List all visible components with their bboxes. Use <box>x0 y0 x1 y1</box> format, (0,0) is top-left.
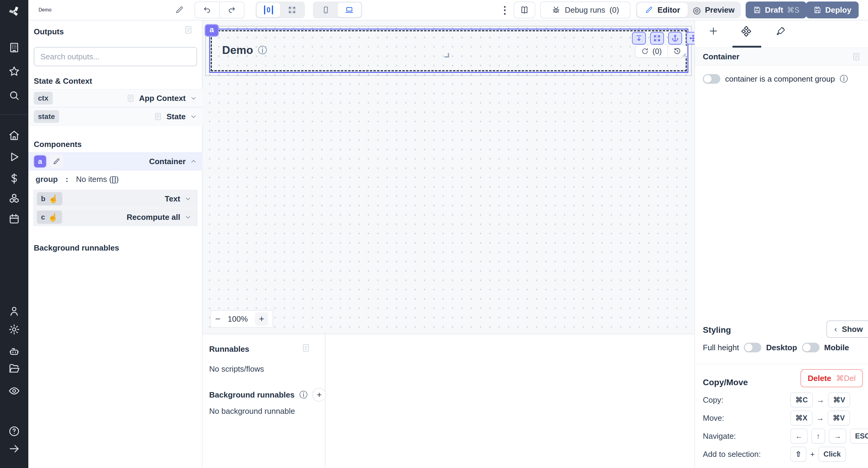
resize-handle[interactable] <box>444 53 449 58</box>
mobile-view-toggle[interactable] <box>314 3 338 17</box>
outputs-title: Outputs <box>34 27 64 36</box>
layout-mode-group: 0 <box>255 1 305 19</box>
doc-icon <box>154 112 162 121</box>
help-icon[interactable] <box>8 425 20 437</box>
shortcut-row-copy: Copy: ⌘C → ⌘V <box>703 392 861 408</box>
pointer-hand-icon: ☝ <box>49 194 58 204</box>
key-esc: ESC <box>850 429 868 444</box>
info-icon[interactable]: ⓘ <box>840 73 848 84</box>
app-canvas[interactable]: Demo ⓘ (0) a − 100% + <box>203 21 694 334</box>
refresh-runs[interactable]: (0) <box>636 45 667 57</box>
rename-pencil-icon[interactable] <box>50 155 63 168</box>
state-context-heading: State & Context <box>34 76 92 86</box>
component-row-container[interactable]: a Container <box>28 153 203 170</box>
group-property-row[interactable]: group:No items ([]) <box>36 175 119 184</box>
settings-gear-icon[interactable] <box>8 324 20 335</box>
edit-title-pencil-icon[interactable] <box>175 5 184 14</box>
full-height-mobile-toggle[interactable] <box>802 343 819 353</box>
key-cmd-v: ⌘V <box>828 410 850 426</box>
selected-container[interactable]: Demo ⓘ (0) <box>209 29 688 73</box>
draft-save-button[interactable]: Draft ⌘S <box>746 1 807 19</box>
search-icon[interactable] <box>8 90 20 101</box>
chevron-down-icon[interactable] <box>190 113 197 120</box>
docs-book-button[interactable] <box>514 1 535 19</box>
shortcut-row-navigate: Navigate: ← ↑ → ESC <box>703 428 861 444</box>
home-icon[interactable] <box>8 130 20 141</box>
debug-runs-button[interactable]: Debug runs (0) <box>540 1 630 19</box>
info-icon[interactable]: ⓘ <box>258 44 267 57</box>
output-row-state[interactable]: state State <box>28 107 203 126</box>
editor-preview-group: Editor ◎ Preview <box>636 1 741 19</box>
add-background-runnable-button[interactable]: + <box>312 388 326 402</box>
chevron-up-icon[interactable] <box>190 158 197 165</box>
selection-dashed-border <box>211 30 687 71</box>
outputs-panel: Outputs State & Context ctx App Context … <box>28 21 203 468</box>
inspector-section-title: Container <box>695 47 868 66</box>
component-group-toggle[interactable] <box>703 74 720 84</box>
key-shift: ⇧ <box>790 446 807 462</box>
runs-play-icon[interactable] <box>8 151 20 163</box>
fullscreen-layout-toggle[interactable] <box>280 3 304 17</box>
doc-icon[interactable] <box>301 343 310 353</box>
container-tag[interactable]: a <box>205 24 219 37</box>
output-row-ctx[interactable]: ctx App Context <box>28 89 203 107</box>
component-row-recompute[interactable]: c ☝ Recompute all <box>33 208 198 226</box>
favorites-star-icon[interactable] <box>8 65 20 77</box>
centered-layout-icon: 0 <box>264 5 273 14</box>
desktop-view-toggle[interactable] <box>338 3 361 17</box>
resources-cubes-icon[interactable] <box>8 193 20 205</box>
zoom-out-button[interactable]: − <box>215 314 221 324</box>
runnables-empty-text: No scripts/flows <box>209 364 264 374</box>
search-outputs-input[interactable] <box>34 47 197 66</box>
pill-resize-corner <box>682 53 686 57</box>
preview-eye-icon: ◎ <box>693 5 701 15</box>
audit-eye-icon[interactable] <box>8 385 20 397</box>
collapse-arrow-icon[interactable] <box>8 443 20 455</box>
schedules-calendar-icon[interactable] <box>8 213 20 225</box>
workers-robot-icon[interactable] <box>8 345 20 357</box>
styling-heading: Styling <box>703 325 731 335</box>
redo-button[interactable] <box>220 2 244 18</box>
delete-button[interactable]: Delete ⌘Del <box>801 369 863 387</box>
component-row-text[interactable]: b ☝ Text <box>33 190 198 208</box>
key-click: Click <box>818 446 846 462</box>
tab-editor[interactable]: Editor <box>637 3 688 17</box>
state-badge: state <box>34 110 59 123</box>
windmill-logo[interactable] <box>7 4 21 18</box>
key-arrow-up: ↑ <box>811 429 825 444</box>
fill-height-button[interactable] <box>632 32 646 44</box>
deploy-button[interactable]: Deploy <box>806 1 859 19</box>
tab-preview[interactable]: ◎ Preview <box>688 3 740 17</box>
inspector-panel: Container container is a component group… <box>694 21 868 468</box>
undo-button[interactable] <box>195 2 220 18</box>
workspace-icon[interactable] <box>8 41 20 54</box>
folders-icon[interactable] <box>8 363 20 375</box>
more-menu-kebab[interactable]: ⋮ <box>500 4 510 16</box>
doc-icon[interactable] <box>852 52 861 61</box>
save-icon <box>813 6 822 14</box>
tab-settings-components-icon[interactable] <box>741 26 752 37</box>
component-group-toggle-row: container is a component group ⓘ <box>703 73 848 84</box>
doc-icon[interactable] <box>184 25 193 34</box>
chevron-down-icon[interactable] <box>190 95 197 102</box>
variables-dollar-icon[interactable] <box>8 173 20 185</box>
centered-layout-toggle[interactable]: 0 <box>257 3 280 17</box>
background-runnables-empty-text: No background runnable <box>209 407 295 416</box>
styling-show-button[interactable]: ‹ Show <box>827 321 868 338</box>
zoom-in-button[interactable]: + <box>255 312 268 326</box>
expand-button[interactable] <box>650 32 664 44</box>
tab-styling-brush-icon[interactable] <box>776 26 786 36</box>
editor-pencil-icon <box>645 6 653 14</box>
tab-insert-plus-icon[interactable] <box>708 26 718 36</box>
user-icon[interactable] <box>8 305 20 317</box>
move-button[interactable] <box>686 32 694 44</box>
chevron-down-icon[interactable] <box>184 195 192 202</box>
info-icon[interactable]: ⓘ <box>299 390 307 400</box>
full-height-desktop-toggle[interactable] <box>744 343 761 353</box>
bug-icon <box>552 5 561 14</box>
chevron-down-icon[interactable] <box>184 213 192 221</box>
zoom-level: 100% <box>223 314 253 324</box>
inspector-tabbar <box>695 21 868 47</box>
history-clock-icon <box>673 47 681 55</box>
anchor-button[interactable] <box>668 32 682 44</box>
